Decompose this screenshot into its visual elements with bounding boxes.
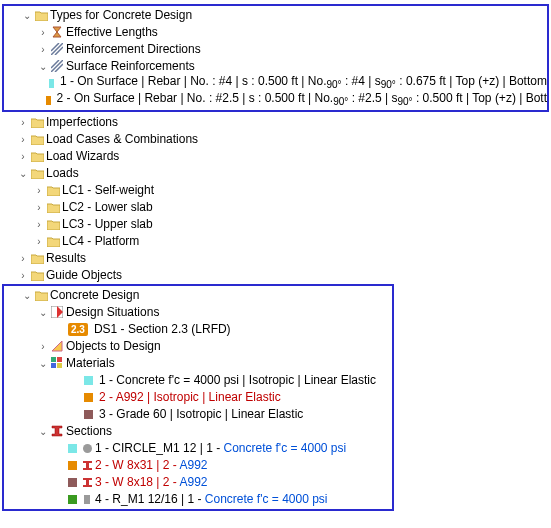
chevron-right-icon[interactable]: › xyxy=(16,131,30,148)
folder-icon xyxy=(30,250,44,267)
circle-section-icon xyxy=(81,440,93,457)
tree-node-guide-objects[interactable]: › Guide Objects xyxy=(0,267,551,284)
tree-node-types-concrete[interactable]: ⌄ Types for Concrete Design xyxy=(4,7,547,24)
chevron-down-icon[interactable]: ⌄ xyxy=(36,304,50,321)
node-label: DS1 - Section 2.3 (LRFD) xyxy=(92,321,231,338)
node-label: 2 - W 8x31 | 2 - A992 xyxy=(93,457,208,474)
tree-node-design-situations[interactable]: ⌄ Design Situations xyxy=(4,304,392,321)
color-swatch xyxy=(68,495,77,504)
node-label: LC2 - Lower slab xyxy=(60,199,153,216)
tree-node-results[interactable]: › Results xyxy=(0,250,551,267)
folder-icon xyxy=(46,233,60,250)
node-label: 2 - On Surface | Rebar | No. : #2.5 | s … xyxy=(55,90,547,110)
node-label: Loads xyxy=(44,165,79,182)
chevron-down-icon[interactable]: ⌄ xyxy=(20,287,34,304)
chevron-right-icon[interactable]: › xyxy=(16,148,30,165)
tree-node-lc2[interactable]: › LC2 - Lower slab xyxy=(0,199,551,216)
chevron-right-icon[interactable]: › xyxy=(32,216,46,233)
tree-node-load-cases-combos[interactable]: › Load Cases & Combinations xyxy=(0,131,551,148)
node-label: Load Cases & Combinations xyxy=(44,131,198,148)
chevron-right-icon[interactable]: › xyxy=(16,114,30,131)
chevron-right-icon[interactable]: › xyxy=(16,250,30,267)
node-label: Load Wizards xyxy=(44,148,119,165)
color-swatch xyxy=(68,444,77,453)
node-label: Concrete Design xyxy=(48,287,139,304)
chevron-down-icon[interactable]: ⌄ xyxy=(20,7,34,24)
tree-node-sec3[interactable]: 3 - W 8x18 | 2 - A992 xyxy=(4,474,392,491)
chevron-right-icon[interactable]: › xyxy=(36,24,50,41)
tree-node-lc1[interactable]: › LC1 - Self-weight xyxy=(0,182,551,199)
node-label: Objects to Design xyxy=(64,338,161,355)
chevron-right-icon[interactable]: › xyxy=(16,267,30,284)
design-situations-icon xyxy=(50,304,64,321)
node-label: Reinforcement Directions xyxy=(64,41,201,58)
tree-node-objects-to-design[interactable]: › Objects to Design xyxy=(4,338,392,355)
triangle-icon xyxy=(50,338,64,355)
chevron-right-icon[interactable]: › xyxy=(36,338,50,355)
tree-node-mat2[interactable]: 2 - A992 | Isotropic | Linear Elastic xyxy=(4,389,392,406)
tree-node-loads[interactable]: ⌄ Loads xyxy=(0,165,551,182)
tree-node-materials[interactable]: ⌄ Materials xyxy=(4,355,392,372)
color-swatch xyxy=(46,96,51,105)
folder-icon xyxy=(30,114,44,131)
tree-node-imperfections[interactable]: › Imperfections xyxy=(0,114,551,131)
folder-icon xyxy=(34,287,48,304)
tree-node-effective-lengths[interactable]: › Effective Lengths xyxy=(4,24,547,41)
folder-icon xyxy=(30,131,44,148)
highlight-box-2: ⌄ Concrete Design ⌄ Design Situations 2.… xyxy=(2,284,394,511)
folder-icon xyxy=(30,267,44,284)
chevron-down-icon[interactable]: ⌄ xyxy=(36,58,50,75)
tree-node-sec2[interactable]: 2 - W 8x31 | 2 - A992 xyxy=(4,457,392,474)
node-label: Materials xyxy=(64,355,115,372)
ds-badge: 2.3 xyxy=(68,323,88,336)
chevron-down-icon[interactable]: ⌄ xyxy=(16,165,30,182)
rect-section-icon xyxy=(81,491,93,508)
svg-rect-3 xyxy=(51,363,56,368)
tree-node-load-wizards[interactable]: › Load Wizards xyxy=(0,148,551,165)
chevron-right-icon[interactable]: › xyxy=(32,182,46,199)
color-swatch xyxy=(84,410,93,419)
tree-node-mat1[interactable]: 1 - Concrete f'c = 4000 psi | Isotropic … xyxy=(4,372,392,389)
tree-node-sr2[interactable]: 2 - On Surface | Rebar | No. : #2.5 | s … xyxy=(4,92,547,109)
color-swatch xyxy=(49,79,54,88)
tree-node-lc3[interactable]: › LC3 - Upper slab xyxy=(0,216,551,233)
node-label: LC1 - Self-weight xyxy=(60,182,154,199)
folder-icon xyxy=(34,7,48,24)
tree-node-reinforcement-directions[interactable]: › Reinforcement Directions xyxy=(4,41,547,58)
folder-icon xyxy=(46,182,60,199)
node-label: 3 - W 8x18 | 2 - A992 xyxy=(93,474,208,491)
tree-node-mat3[interactable]: 3 - Grade 60 | Isotropic | Linear Elasti… xyxy=(4,406,392,423)
chevron-down-icon[interactable]: ⌄ xyxy=(36,423,50,440)
tree-node-concrete-design[interactable]: ⌄ Concrete Design xyxy=(4,287,392,304)
svg-rect-1 xyxy=(51,357,56,362)
node-label: 1 - CIRCLE_M1 12 | 1 - Concrete f'c = 40… xyxy=(93,440,346,457)
tree-node-sec4[interactable]: 4 - R_M1 12/16 | 1 - Concrete f'c = 4000… xyxy=(4,491,392,508)
node-label: 3 - Grade 60 | Isotropic | Linear Elasti… xyxy=(97,406,303,423)
materials-icon xyxy=(50,355,64,372)
chevron-right-icon[interactable]: › xyxy=(32,233,46,250)
ibeam-icon xyxy=(50,423,64,440)
folder-icon xyxy=(46,199,60,216)
node-label: 4 - R_M1 12/16 | 1 - Concrete f'c = 4000… xyxy=(93,491,328,508)
chevron-down-icon[interactable]: ⌄ xyxy=(36,355,50,372)
svg-rect-2 xyxy=(57,357,62,362)
chevron-right-icon[interactable]: › xyxy=(32,199,46,216)
tree-node-sec1[interactable]: 1 - CIRCLE_M1 12 | 1 - Concrete f'c = 40… xyxy=(4,440,392,457)
node-label: Types for Concrete Design xyxy=(48,7,192,24)
tree-node-sections[interactable]: ⌄ Sections xyxy=(4,423,392,440)
chevron-right-icon[interactable]: › xyxy=(36,41,50,58)
node-label: LC4 - Platform xyxy=(60,233,139,250)
tree-node-lc4[interactable]: › LC4 - Platform xyxy=(0,233,551,250)
svg-rect-6 xyxy=(84,495,90,504)
node-label: Guide Objects xyxy=(44,267,122,284)
node-label: Imperfections xyxy=(44,114,118,131)
tree-node-ds1[interactable]: 2.3 DS1 - Section 2.3 (LRFD) xyxy=(4,321,392,338)
node-label: Sections xyxy=(64,423,112,440)
node-label: 2 - A992 | Isotropic | Linear Elastic xyxy=(97,389,281,406)
svg-point-5 xyxy=(83,444,92,453)
color-swatch xyxy=(84,376,93,385)
folder-icon xyxy=(30,165,44,182)
color-swatch xyxy=(68,461,77,470)
node-label: Design Situations xyxy=(64,304,159,321)
ibeam-icon xyxy=(81,457,93,474)
